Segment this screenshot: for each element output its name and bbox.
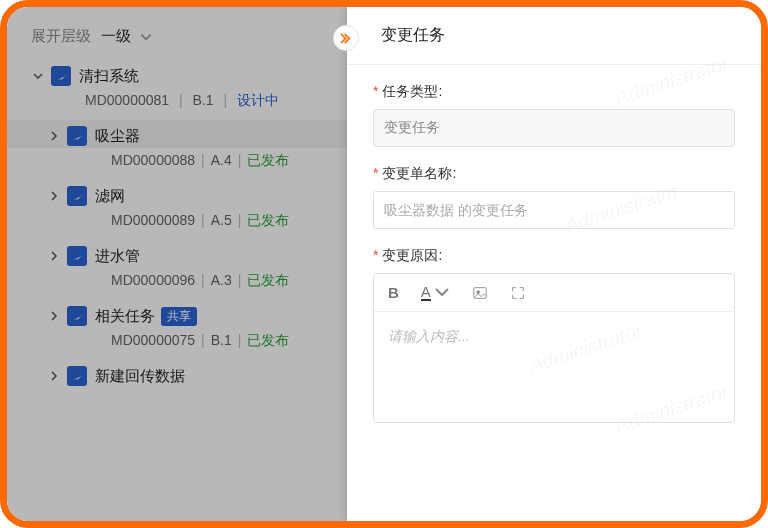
node-meta: MD00000081 | B.1 | 设计中 xyxy=(7,88,347,120)
node-status: 设计中 xyxy=(237,92,279,108)
node-code: MD00000075 xyxy=(111,332,195,348)
module-icon xyxy=(51,66,71,86)
node-code: MD00000089 xyxy=(111,212,195,228)
module-icon xyxy=(67,366,87,386)
svg-point-1 xyxy=(477,290,480,293)
form: *任务类型: *变更单名称: *变更原因: B A xyxy=(347,65,761,423)
panel-title: 变更任务 xyxy=(381,25,445,46)
expand-level-selector[interactable]: 展开层级 一级 xyxy=(7,19,347,60)
module-icon xyxy=(67,306,87,326)
node-status: 已发布 xyxy=(247,272,289,288)
node-title: 吸尘器 xyxy=(95,127,140,146)
required-mark: * xyxy=(373,247,378,263)
task-type-input[interactable] xyxy=(373,109,735,147)
field-label: *变更单名称: xyxy=(373,165,735,183)
caret-right-icon[interactable] xyxy=(45,367,63,385)
expand-label: 展开层级 xyxy=(31,27,91,46)
tree-node[interactable]: 吸尘器 xyxy=(7,120,347,148)
side-panel: 变更任务 *任务类型: *变更单名称: *变更原因: xyxy=(347,7,761,521)
field-label: *任务类型: xyxy=(373,83,735,101)
node-title: 滤网 xyxy=(95,187,125,206)
rich-editor: B A 请输入内容... xyxy=(373,273,735,423)
editor-body[interactable]: 请输入内容... xyxy=(374,312,734,422)
field-change-reason: *变更原因: B A xyxy=(373,247,735,423)
required-mark: * xyxy=(373,165,378,181)
node-title: 相关任务 xyxy=(95,307,155,326)
tree-node[interactable]: 相关任务共享 xyxy=(7,300,347,328)
shared-badge: 共享 xyxy=(161,307,197,326)
bold-button[interactable]: B xyxy=(388,284,399,301)
node-code: MD00000081 xyxy=(85,92,169,108)
chevron-down-icon xyxy=(139,30,153,44)
node-version: B.1 xyxy=(211,332,232,348)
node-meta: MD00000088|A.4|已发布 xyxy=(7,148,347,180)
caret-right-icon[interactable] xyxy=(45,307,63,325)
tree-node-root[interactable]: 清扫系统 xyxy=(7,60,347,88)
fullscreen-button[interactable] xyxy=(510,284,526,301)
module-icon xyxy=(67,186,87,206)
node-status: 已发布 xyxy=(247,332,289,348)
tree: 清扫系统 MD00000081 | B.1 | 设计中 吸尘器MD0000008… xyxy=(7,60,347,388)
caret-right-icon[interactable] xyxy=(45,127,63,145)
module-icon xyxy=(67,126,87,146)
module-icon xyxy=(67,246,87,266)
node-meta: MD00000096|A.3|已发布 xyxy=(7,268,347,300)
node-code: MD00000088 xyxy=(111,152,195,168)
tree-node[interactable]: 进水管 xyxy=(7,240,347,268)
field-label: *变更原因: xyxy=(373,247,735,265)
node-meta: MD00000075|B.1|已发布 xyxy=(7,328,347,360)
change-name-input[interactable] xyxy=(373,191,735,229)
caret-down-icon[interactable] xyxy=(29,67,47,85)
node-meta: MD00000089|A.5|已发布 xyxy=(7,208,347,240)
collapse-panel-button[interactable] xyxy=(333,25,359,51)
caret-right-icon[interactable] xyxy=(45,247,63,265)
node-code: MD00000096 xyxy=(111,272,195,288)
node-status: 已发布 xyxy=(247,212,289,228)
caret-right-icon[interactable] xyxy=(45,187,63,205)
tree-node[interactable]: 新建回传数据 xyxy=(7,360,347,388)
node-version: A.5 xyxy=(211,212,232,228)
expand-level-value: 一级 xyxy=(101,27,131,46)
node-version: A.3 xyxy=(211,272,232,288)
node-status: 已发布 xyxy=(247,152,289,168)
node-title: 清扫系统 xyxy=(79,67,139,86)
field-change-name: *变更单名称: xyxy=(373,165,735,229)
font-color-button[interactable]: A xyxy=(421,284,450,301)
field-task-type: *任务类型: xyxy=(373,83,735,147)
node-version: A.4 xyxy=(211,152,232,168)
image-button[interactable] xyxy=(472,284,488,301)
tree-node[interactable]: 滤网 xyxy=(7,180,347,208)
node-title: 新建回传数据 xyxy=(95,367,185,386)
editor-toolbar: B A xyxy=(374,274,734,312)
node-version: B.1 xyxy=(192,92,213,108)
required-mark: * xyxy=(373,83,378,99)
tree-panel: 展开层级 一级 清扫系统 MD00000081 | B.1 | xyxy=(7,7,347,521)
panel-header: 变更任务 xyxy=(347,7,761,65)
node-title: 进水管 xyxy=(95,247,140,266)
